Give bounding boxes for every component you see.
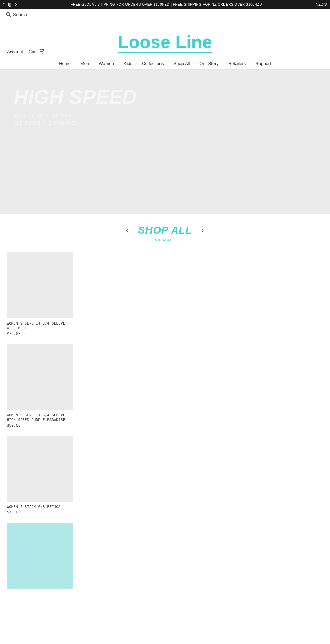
pinterest-icon[interactable]: p — [15, 2, 17, 7]
facebook-icon[interactable]: f — [3, 2, 4, 7]
nav-our-story[interactable]: Our Story — [199, 61, 219, 66]
nav-retailers[interactable]: Retailers — [228, 61, 246, 66]
product-image — [7, 344, 73, 410]
product-image — [7, 523, 73, 589]
product-price: $89.00 — [7, 423, 21, 428]
nav-support[interactable]: Support — [255, 61, 271, 66]
product-image — [7, 436, 73, 502]
hero-title: HIGH SPEED — [14, 87, 137, 107]
svg-point-0 — [6, 12, 9, 15]
product-price: $79.00 — [7, 510, 21, 515]
instagram-icon[interactable]: ig — [8, 2, 11, 7]
nav-collections[interactable]: Collections — [142, 61, 164, 66]
shop-all-title: SHOP ALL — [138, 224, 192, 236]
hero-content: HIGH SPEED SEND IT SO - OBVIOUS, ONE TOU… — [14, 87, 137, 127]
product-item[interactable]: WOMEN'S SEND IT 3/4 SLEEVE WILD BLUE $79… — [7, 252, 323, 336]
nav-home[interactable]: Home — [59, 61, 71, 66]
product-item[interactable] — [7, 523, 323, 592]
hero-line1: SEND IT SO - OBVIOUS, — [14, 113, 75, 118]
cart-label: Cart — [29, 49, 37, 54]
prev-arrow[interactable]: ‹ — [123, 225, 131, 236]
product-name: WOMEN'S SEND IT 3/4 SLEEVE HIGH SPEED PU… — [7, 413, 73, 422]
main-nav: Home Men Women Kids Collections Shop All… — [0, 57, 330, 70]
svg-line-1 — [9, 15, 10, 16]
shop-section: ‹ SHOP ALL › VIEW ALL — [0, 214, 330, 249]
product-list: WOMEN'S SEND IT 3/4 SLEEVE WILD BLUE $79… — [0, 249, 330, 611]
cart-icon-svg — [38, 49, 45, 54]
product-name: WOMEN'S SEND IT 3/4 SLEEVE WILD BLUE — [7, 321, 73, 331]
nav-men[interactable]: Men — [80, 61, 89, 66]
nav-women[interactable]: Women — [99, 61, 114, 66]
svg-point-2 — [40, 53, 41, 54]
nav-shop-all[interactable]: Shop All — [174, 61, 190, 66]
shipping-notice: FREE GLOBAL SHIPPING FOR ORDERS OVER $18… — [17, 3, 316, 7]
search-row: Search — [0, 9, 330, 20]
product-image — [7, 252, 73, 318]
logo-text: Loose Line — [118, 33, 212, 53]
svg-point-3 — [42, 53, 43, 54]
hero-banner: HIGH SPEED SEND IT SO - OBVIOUS, ONE TOU… — [0, 70, 330, 214]
hero-line2: ONE TOUCH THE MOUNTAIN — [14, 120, 77, 126]
view-all-link[interactable]: VIEW ALL — [7, 238, 323, 242]
logo[interactable]: Loose Line — [118, 33, 212, 53]
search-icon — [6, 12, 11, 17]
shop-section-header: ‹ SHOP ALL › — [7, 224, 323, 236]
logo-row: Loose Line — [0, 20, 330, 47]
product-item[interactable]: WOMEN'S SEND IT 3/4 SLEEVE HIGH SPEED PU… — [7, 344, 323, 428]
product-name: WOMEN'S STACK S/S FEIJOA — [7, 505, 61, 509]
hero-subtitle: SEND IT SO - OBVIOUS, ONE TOUCH THE MOUN… — [14, 112, 137, 127]
product-item[interactable]: WOMEN'S STACK S/S FEIJOA $79.00 — [7, 436, 323, 515]
search-label: Search — [13, 12, 27, 17]
search-bar[interactable]: Search — [6, 12, 27, 17]
product-price: $79.00 — [7, 331, 21, 336]
next-arrow[interactable]: › — [199, 225, 207, 236]
nav-kids[interactable]: Kids — [124, 61, 132, 66]
top-bar: f ig p FREE GLOBAL SHIPPING FOR ORDERS O… — [0, 0, 330, 9]
social-icons[interactable]: f ig p — [3, 2, 17, 7]
cart-link[interactable]: Cart — [29, 49, 45, 54]
account-link[interactable]: Account — [7, 49, 23, 54]
currency-selector[interactable]: NZD $ — [316, 2, 327, 7]
